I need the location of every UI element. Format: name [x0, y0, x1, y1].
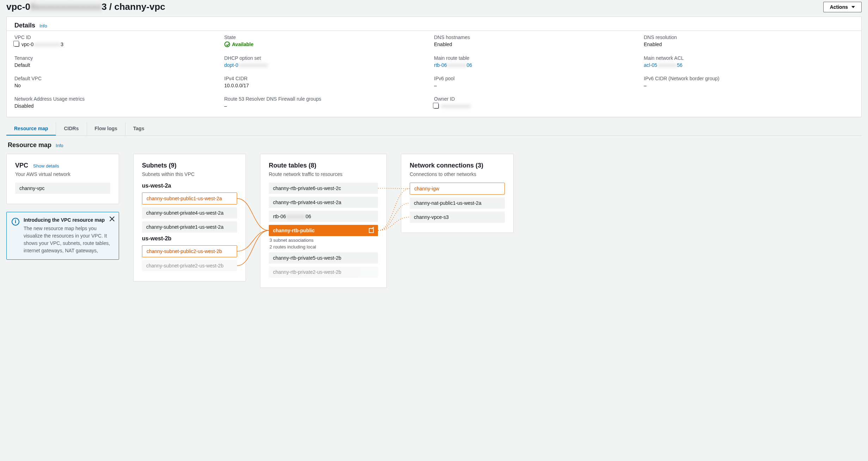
detail-value: Default	[14, 62, 224, 68]
detail-label: DNS hostnames	[434, 34, 644, 40]
detail-value: 10.0.0.0/17	[224, 83, 434, 88]
detail-value[interactable]: acl-05xxxxxxxx56	[644, 62, 854, 68]
info-icon: i	[12, 218, 19, 226]
route-table-subtext: 3 subnet associations	[269, 238, 378, 243]
detail-cell: Main network ACLacl-05xxxxxxxx56	[644, 55, 854, 68]
tab-cidrs[interactable]: CIDRs	[56, 122, 87, 135]
detail-value: –	[224, 103, 434, 109]
subnet-chip[interactable]: channy-subnet-public2-us-west-2b	[142, 245, 237, 257]
network-connection-chip[interactable]: channy-igw	[410, 183, 505, 195]
az-heading: us-west-2b	[142, 235, 237, 242]
detail-value: –	[434, 83, 644, 88]
route-tables-card: Route tables (8) Route network traffic t…	[260, 154, 387, 288]
detail-label: Route 53 Resolver DNS Firewall rule grou…	[224, 96, 434, 102]
detail-label: Main network ACL	[644, 55, 854, 61]
detail-cell: DNS hostnamesEnabled	[434, 34, 644, 48]
show-details-link[interactable]: Show details	[33, 163, 59, 169]
details-panel: Details Info VPC IDvpc-0xxxxxxxxxxx3Stat…	[6, 17, 862, 117]
details-heading: Details	[14, 22, 35, 29]
detail-label: Tenancy	[14, 55, 224, 61]
copy-icon[interactable]	[434, 104, 439, 109]
detail-cell: Owner IDxxxxxxxxxxxx	[434, 96, 644, 109]
route-tables-title: Route tables (8)	[269, 162, 316, 169]
detail-cell: TenancyDefault	[14, 55, 224, 68]
subnet-chip[interactable]: channy-subnet-public1-us-west-2a	[142, 192, 237, 204]
detail-cell: IPv6 CIDR (Network border group)–	[644, 76, 854, 88]
route-table-chip[interactable]: rtb-06xxxxxxxx06	[269, 211, 378, 222]
detail-label: Main route table	[434, 55, 644, 61]
route-table-chip[interactable]: channy-rtb-private2-us-west-2b	[269, 266, 378, 278]
detail-cell: Main route tablertb-06xxxxxxxx06	[434, 55, 644, 68]
route-table-chip[interactable]: channy-rtb-private4-us-west-2a	[269, 197, 378, 208]
external-link-icon[interactable]	[369, 228, 374, 233]
detail-label: Default VPC	[14, 76, 224, 81]
detail-value[interactable]: rtb-06xxxxxxxx06	[434, 62, 644, 68]
detail-label: State	[224, 34, 434, 40]
detail-cell: StateAvailable	[224, 34, 434, 48]
tab-flow-logs[interactable]: Flow logs	[87, 122, 126, 135]
subnets-subtitle: Subnets within this VPC	[142, 171, 237, 177]
route-table-chip[interactable]: channy-rtb-private6-us-west-2c	[269, 183, 378, 194]
route-tables-subtitle: Route network traffic to resources	[269, 171, 378, 177]
route-table-subtext: 2 routes including local	[269, 244, 378, 250]
detail-cell: IPv4 CIDR10.0.0.0/17	[224, 76, 434, 88]
copy-icon[interactable]	[14, 42, 19, 47]
detail-value: vpc-0xxxxxxxxxxx3	[14, 42, 224, 47]
subnet-chip[interactable]: channy-subnet-private2-us-west-2b	[142, 260, 237, 271]
detail-value: xxxxxxxxxxxx	[434, 103, 644, 109]
subnet-chip[interactable]: channy-subnet-private1-us-west-2a	[142, 221, 237, 233]
network-connection-chip[interactable]: channy-nat-public1-us-west-2a	[410, 197, 505, 209]
subnets-card: Subnets (9) Subnets within this VPC us-w…	[133, 154, 246, 282]
vpc-card-title: VPC	[15, 162, 28, 169]
actions-button[interactable]: Actions	[823, 2, 862, 12]
route-table-chip[interactable]: channy-rtb-public	[269, 225, 378, 236]
detail-cell: Route 53 Resolver DNS Firewall rule grou…	[224, 96, 434, 109]
detail-cell: IPv6 pool–	[434, 76, 644, 88]
resource-map-heading: Resource map	[8, 141, 51, 149]
subnet-chip[interactable]: channy-subnet-private4-us-west-2a	[142, 207, 237, 219]
detail-value[interactable]: dopt-0xxxxxxxxxxxx	[224, 62, 434, 68]
detail-value: Enabled	[434, 42, 644, 47]
network-connection-chip[interactable]: channy-vpce-s3	[410, 211, 505, 223]
alert-body: The new resource map helps you visualize…	[24, 225, 114, 254]
details-info-link[interactable]: Info	[39, 23, 47, 29]
detail-value: Disabled	[14, 103, 224, 109]
detail-label: IPv6 pool	[434, 76, 644, 81]
netconn-subtitle: Connections to other networks	[410, 171, 505, 177]
detail-value: –	[644, 83, 854, 88]
detail-label: Network Address Usage metrics	[14, 96, 224, 102]
detail-value: Enabled	[644, 42, 854, 47]
detail-label: IPv4 CIDR	[224, 76, 434, 81]
detail-label: DHCP option set	[224, 55, 434, 61]
detail-cell: VPC IDvpc-0xxxxxxxxxxx3	[14, 34, 224, 48]
netconn-title: Network connections (3)	[410, 162, 483, 169]
detail-cell: DNS resolutionEnabled	[644, 34, 854, 48]
detail-value: No	[14, 83, 224, 88]
network-connections-card: Network connections (3) Connections to o…	[401, 154, 514, 233]
tab-resource-map[interactable]: Resource map	[6, 122, 56, 135]
detail-label: IPv6 CIDR (Network border group)	[644, 76, 854, 81]
route-table-chip[interactable]: channy-rtb-private5-us-west-2b	[269, 252, 378, 264]
page-title: vpc-08xxxxxxxxxxxxx3 / channy-vpc	[6, 1, 165, 12]
detail-cell: Network Address Usage metricsDisabled	[14, 96, 224, 109]
close-icon[interactable]	[109, 216, 115, 222]
chevron-down-icon	[851, 6, 855, 8]
az-heading: us-west-2a	[142, 183, 237, 189]
resource-map-info-link[interactable]: Info	[56, 143, 63, 148]
detail-cell: DHCP option setdopt-0xxxxxxxxxxxx	[224, 55, 434, 68]
detail-value: Available	[224, 42, 434, 48]
tabs: Resource mapCIDRsFlow logsTags	[6, 122, 862, 136]
detail-label: VPC ID	[14, 34, 224, 40]
tab-tags[interactable]: Tags	[125, 122, 152, 135]
alert-title: Introducing the VPC resource map	[24, 217, 114, 223]
subnets-title: Subnets (9)	[142, 162, 176, 169]
intro-alert: i Introducing the VPC resource map The n…	[6, 212, 119, 260]
vpc-name-chip[interactable]: channy-vpc	[15, 183, 110, 194]
detail-label: Owner ID	[434, 96, 644, 102]
check-circle-icon	[224, 42, 230, 47]
vpc-card: VPC Show details Your AWS virtual networ…	[6, 154, 119, 204]
detail-cell: Default VPCNo	[14, 76, 224, 88]
vpc-card-subtitle: Your AWS virtual network	[15, 171, 110, 177]
detail-label: DNS resolution	[644, 34, 854, 40]
